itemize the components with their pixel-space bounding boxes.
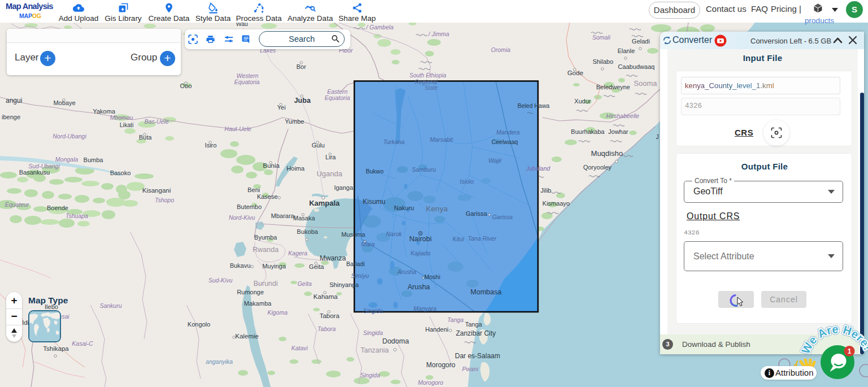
- svg-text:Beni: Beni: [248, 186, 260, 193]
- svg-text:Bukoba: Bukoba: [297, 228, 318, 235]
- svg-text:Buurhakaba: Buurhakaba: [571, 128, 605, 135]
- svg-text:Juba: Juba: [294, 97, 311, 105]
- svg-text:Basoko: Basoko: [110, 169, 131, 176]
- svg-text:Musoma: Musoma: [341, 231, 366, 238]
- svg-text:1: 1: [848, 347, 852, 355]
- svg-text:Kongolo: Kongolo: [188, 321, 210, 328]
- svg-text:Bukwo: Bukwo: [366, 168, 384, 175]
- svg-text:Bukavu: Bukavu: [230, 262, 251, 269]
- svg-text:Ceelwaaq: Ceelwaaq: [492, 138, 518, 145]
- svg-text:Kenya: Kenya: [426, 205, 448, 213]
- svg-text:South Ethiopia: South Ethiopia: [409, 72, 446, 79]
- svg-text:Qoryooley: Qoryooley: [583, 164, 612, 171]
- svg-text:Haut-Uele: Haut-Uele: [224, 125, 251, 132]
- svg-text:Somali: Somali: [592, 34, 611, 41]
- svg-text:Hirshabeelle: Hirshabeelle: [606, 112, 640, 119]
- svg-text:Handeni: Handeni: [426, 326, 449, 333]
- svg-text:Turkana: Turkana: [383, 138, 405, 145]
- svg-text:Morogoro: Morogoro: [418, 379, 444, 386]
- svg-text:ibenge: ibenge: [2, 114, 20, 120]
- svg-text:Nakuru: Nakuru: [394, 205, 414, 211]
- svg-text:Kismaayo: Kismaayo: [542, 200, 570, 207]
- svg-text:Basankusu: Basankusu: [19, 169, 50, 176]
- svg-text:Kitui: Kitui: [453, 236, 465, 242]
- svg-text:Sooma: Sooma: [633, 79, 657, 88]
- svg-text:Mwanza: Mwanza: [320, 254, 346, 262]
- svg-text:anganyika: anganyika: [206, 358, 233, 365]
- svg-text:Geita: Geita: [297, 280, 311, 287]
- svg-text:State: State: [424, 85, 438, 91]
- svg-text:Mombasa: Mombasa: [471, 288, 502, 296]
- svg-text:Shinyanga: Shinyanga: [329, 281, 359, 288]
- svg-text:Kisangani: Kisangani: [142, 187, 171, 194]
- svg-text:/ Gambela: / Gambela: [366, 24, 394, 31]
- svg-text:Kampala: Kampala: [309, 199, 340, 207]
- svg-text:Singida: Singida: [360, 372, 380, 379]
- svg-text:Garissa: Garissa: [492, 214, 513, 220]
- svg-text:Bariadi: Bariadi: [346, 260, 365, 267]
- svg-text:Tshopo: Tshopo: [155, 197, 174, 203]
- svg-text:Simiyu: Simiyu: [351, 272, 369, 279]
- svg-text:Bumba: Bumba: [84, 156, 104, 163]
- svg-text:Tanga: Tanga: [448, 316, 464, 323]
- svg-text:Iganga: Iganga: [334, 184, 354, 191]
- svg-text:Singida: Singida: [363, 329, 383, 336]
- svg-text:Mongala: Mongala: [55, 156, 78, 163]
- svg-text:Équateur: Équateur: [5, 201, 29, 208]
- svg-text:Zanzibar City: Zanzibar City: [456, 329, 496, 337]
- svg-text:Moshi: Moshi: [424, 273, 440, 280]
- svg-text:Mara: Mara: [361, 241, 375, 247]
- svg-text:Equatoria: Equatoria: [325, 94, 350, 101]
- svg-text:Burundi: Burundi: [253, 280, 277, 288]
- svg-text:Jowhar: Jowhar: [608, 128, 628, 135]
- svg-text:Beledweyne: Beledweyne: [596, 84, 630, 90]
- svg-text:Garissa: Garissa: [466, 210, 488, 217]
- svg-text:Tabora: Tabora: [318, 325, 336, 332]
- svg-text:Kalemie: Kalemie: [235, 333, 259, 340]
- svg-text:Elanle: Elanle: [618, 47, 635, 54]
- svg-text:Sankuru: Sankuru: [99, 302, 121, 309]
- svg-text:Kisumu: Kisumu: [363, 198, 385, 206]
- svg-text:Katavi: Katavi: [291, 345, 308, 351]
- svg-text:Mbarara: Mbarara: [271, 212, 295, 219]
- svg-text:Masaka: Masaka: [293, 215, 315, 221]
- svg-text:Isiolo: Isiolo: [460, 178, 474, 185]
- svg-text:Morogoro: Morogoro: [426, 361, 455, 369]
- svg-text:Equatoria: Equatoria: [235, 79, 260, 85]
- svg-text:Caabudwaaq: Caabudwaaq: [618, 63, 655, 70]
- svg-text:Oromia: Oromia: [491, 46, 511, 53]
- svg-text:Likati: Likati: [120, 121, 134, 128]
- svg-text:Tanga: Tanga: [465, 321, 483, 328]
- svg-text:Kahama: Kahama: [314, 293, 338, 300]
- svg-text:Tshuapa: Tshuapa: [66, 212, 88, 219]
- svg-text:Jubaland: Jubaland: [526, 165, 551, 172]
- svg-text:J: J: [656, 133, 658, 140]
- svg-text:Tanzania: Tanzania: [361, 346, 389, 354]
- svg-text:Mandera: Mandera: [496, 129, 520, 136]
- svg-text:Rwanda: Rwanda: [253, 246, 279, 254]
- svg-text:Boende: Boende: [47, 205, 68, 211]
- svg-text:Kajiado: Kajiado: [410, 250, 430, 256]
- svg-text:Bor: Bor: [296, 63, 306, 70]
- svg-text:Makamba: Makamba: [244, 300, 272, 307]
- svg-text:Arusha: Arusha: [397, 268, 416, 275]
- svg-text:Arusha: Arusha: [407, 283, 430, 291]
- svg-text:Butembo: Butembo: [237, 203, 262, 210]
- svg-text:Muqdisho: Muqdisho: [591, 149, 623, 158]
- svg-text:Kasai-C: Kasai-C: [72, 340, 93, 347]
- svg-text:Xudur: Xudur: [574, 98, 591, 105]
- svg-text:angui: angui: [6, 97, 22, 105]
- svg-text:Kagera: Kagera: [288, 250, 307, 256]
- svg-text:Jilib: Jilib: [541, 187, 552, 194]
- svg-text:Samburu: Samburu: [412, 166, 436, 173]
- svg-text:Dar es-Salaam: Dar es-Salaam: [455, 352, 500, 360]
- svg-text:Tana River: Tana River: [468, 235, 497, 242]
- svg-text:Muyinga: Muyinga: [262, 263, 286, 269]
- svg-text:/ Jimma: / Jimma: [428, 31, 449, 37]
- svg-text:Pwani: Pwani: [462, 366, 479, 372]
- svg-text:Mbomou: Mbomou: [110, 114, 133, 121]
- svg-text:Tshikapa: Tshikapa: [43, 345, 69, 352]
- svg-text:Nairobi: Nairobi: [409, 235, 432, 243]
- svg-text:Uganda: Uganda: [316, 169, 342, 178]
- svg-text:Nord-Kivu: Nord-Kivu: [229, 214, 255, 221]
